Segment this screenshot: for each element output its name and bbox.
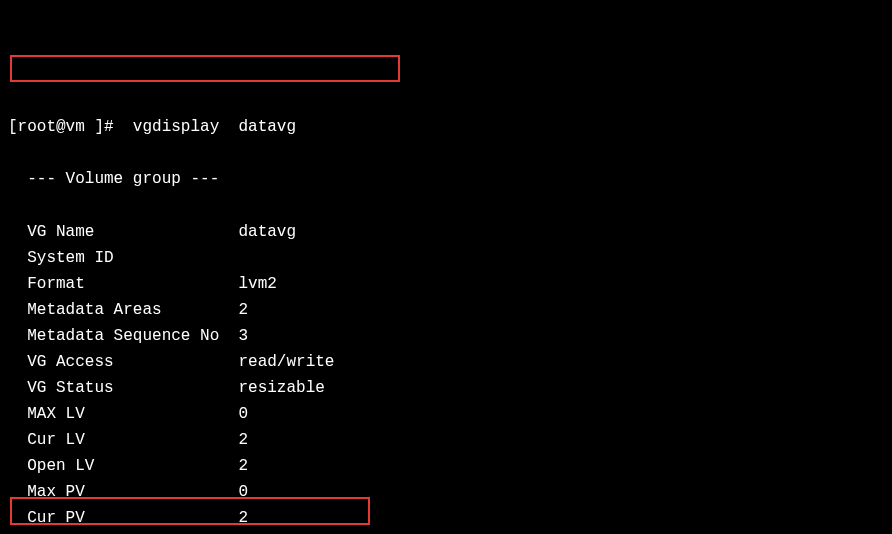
vgdisplay-output: VG Name datavg System ID Format lvm2 Met… [8,219,884,534]
output-row: Cur LV 2 [8,427,884,453]
output-row: VG Status resizable [8,375,884,401]
output-row: System ID [8,245,884,271]
volume-group-header: --- Volume group --- [8,166,884,192]
command-prompt-line: [root@vm ]# vgdisplay datavg [8,114,884,140]
output-row: MAX LV 0 [8,401,884,427]
output-row: Format lvm2 [8,271,884,297]
output-row: Max PV 0 [8,479,884,505]
highlight-vg-name [10,55,400,82]
output-row: Metadata Areas 2 [8,297,884,323]
output-row: Cur PV 2 [8,505,884,531]
output-row: Metadata Sequence No 3 [8,323,884,349]
output-row: Open LV 2 [8,453,884,479]
output-row: VG Access read/write [8,349,884,375]
output-row: VG Name datavg [8,219,884,245]
